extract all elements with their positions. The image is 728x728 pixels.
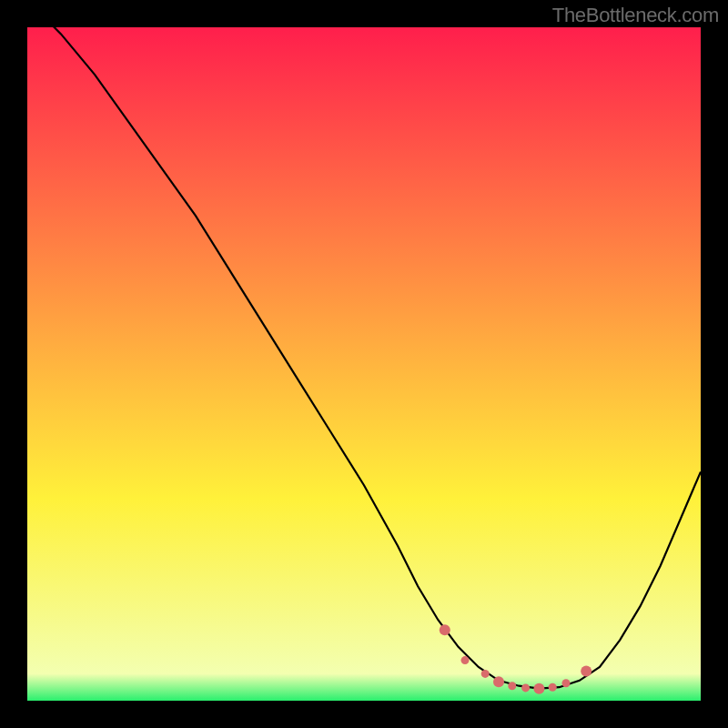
marker-point — [533, 683, 544, 694]
chart-frame: TheBottleneck.com — [0, 0, 728, 728]
bottleneck-chart — [27, 27, 701, 701]
gradient-background — [27, 27, 701, 701]
marker-point — [461, 656, 470, 664]
marker-point — [549, 683, 557, 692]
marker-point — [481, 670, 490, 678]
marker-point — [562, 679, 571, 687]
marker-point — [508, 682, 516, 690]
marker-point — [521, 683, 530, 692]
marker-point — [493, 676, 504, 687]
marker-point — [440, 624, 450, 635]
watermark-label: TheBottleneck.com — [552, 4, 719, 27]
marker-point — [581, 665, 592, 676]
